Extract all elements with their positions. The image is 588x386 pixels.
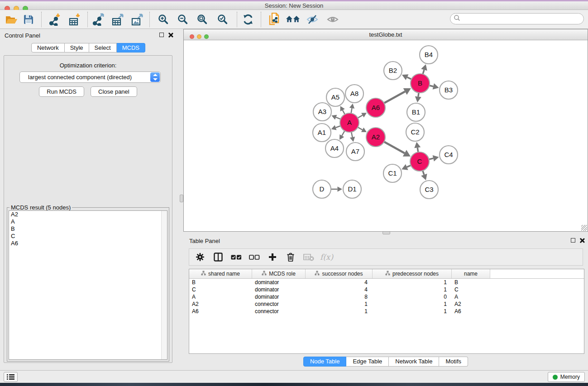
run-mcds-button[interactable]: Run MCDS <box>39 86 84 97</box>
dropdown-stepper-icon[interactable] <box>150 72 160 82</box>
export-image-icon[interactable] <box>129 13 145 26</box>
cell-MCDS-role[interactable]: connector <box>252 300 306 308</box>
graph-node-label: C1 <box>388 169 397 177</box>
cell-shared-name[interactable]: A2 <box>189 300 252 308</box>
float-table-panel-icon[interactable] <box>571 238 575 243</box>
import-table-icon[interactable] <box>67 13 82 26</box>
criterion-dropdown[interactable]: largest connected component (directed) <box>19 71 161 83</box>
cell-successor-nodes[interactable]: 8 <box>306 293 373 300</box>
export-table-icon[interactable] <box>110 13 125 26</box>
hide-eye-icon[interactable] <box>305 13 320 26</box>
import-network-icon[interactable] <box>48 13 63 26</box>
cell-predecessor-nodes[interactable]: 1 <box>373 300 452 308</box>
float-panel-icon[interactable] <box>159 33 164 37</box>
column-header-MCDS-role[interactable]: MCDS role <box>252 269 306 278</box>
table-row[interactable]: Adominator80A <box>189 293 584 300</box>
minimize-network-button[interactable] <box>197 34 201 39</box>
column-header-successor-nodes[interactable]: successor nodes <box>306 269 373 278</box>
cell-name[interactable]: A <box>452 293 490 300</box>
scrollbar-track[interactable] <box>161 211 167 359</box>
cell-MCDS-role[interactable]: connector <box>252 308 306 315</box>
result-item[interactable]: A2 <box>9 211 167 218</box>
zoom-network-button[interactable] <box>204 34 209 39</box>
tab-network[interactable]: Network <box>31 43 65 52</box>
zoom-out-icon[interactable] <box>175 13 191 26</box>
search-input[interactable] <box>460 15 583 22</box>
cell-shared-name[interactable]: A6 <box>189 308 252 315</box>
tab-select[interactable]: Select <box>89 43 117 52</box>
resize-grip-icon[interactable] <box>581 225 587 231</box>
graph-node-label: A4 <box>330 144 339 152</box>
zoom-in-icon[interactable] <box>156 13 171 26</box>
column-header-name[interactable]: name <box>452 269 490 278</box>
close-network-button[interactable] <box>190 34 194 39</box>
table-row[interactable]: Bdominator41B <box>189 279 584 286</box>
open-folder-icon[interactable] <box>4 13 19 26</box>
delete-table-icon[interactable] <box>303 252 314 262</box>
search-input-container[interactable] <box>450 13 584 24</box>
cell-successor-nodes[interactable]: 1 <box>306 300 373 308</box>
tab-edge-table[interactable]: Edge Table <box>346 357 389 367</box>
cell-successor-nodes[interactable]: 1 <box>306 308 373 315</box>
table-header-row[interactable]: shared nameMCDS rolesuccessor nodesprede… <box>189 269 584 279</box>
mcds-result-legend: MCDS result (5 nodes) <box>10 204 72 211</box>
cell-name[interactable]: A2 <box>452 300 490 308</box>
close-table-panel-icon[interactable] <box>579 238 584 243</box>
cell-successor-nodes[interactable]: 4 <box>306 286 373 293</box>
table-row[interactable]: A2connector11A2 <box>189 300 584 308</box>
cell-name[interactable]: C <box>452 286 490 293</box>
select-all-icon[interactable] <box>230 252 242 262</box>
task-history-button[interactable] <box>4 372 18 382</box>
cell-shared-name[interactable]: C <box>189 286 252 293</box>
deselect-all-icon[interactable] <box>249 252 260 262</box>
column-header-predecessor-nodes[interactable]: predecessor nodes <box>373 269 452 278</box>
cell-predecessor-nodes[interactable]: 1 <box>373 308 452 315</box>
cell-MCDS-role[interactable]: dominator <box>252 279 306 286</box>
memory-button[interactable]: Memory <box>548 372 585 382</box>
result-item[interactable]: A <box>9 218 167 225</box>
save-icon[interactable] <box>21 13 36 26</box>
delete-column-icon[interactable] <box>285 252 296 262</box>
tab-motifs[interactable]: Motifs <box>439 357 468 367</box>
split-column-icon[interactable] <box>212 252 224 262</box>
tab-mcds[interactable]: MCDS <box>117 43 145 52</box>
cell-MCDS-role[interactable]: dominator <box>252 286 306 293</box>
mcds-result-list[interactable]: A2ABCA6 <box>9 210 167 360</box>
cell-shared-name[interactable]: B <box>189 279 252 286</box>
cell-name[interactable]: B <box>452 279 490 286</box>
cell-predecessor-nodes[interactable]: 1 <box>373 279 452 286</box>
close-panel-button[interactable]: Close panel <box>91 86 137 97</box>
add-column-icon[interactable] <box>267 252 278 262</box>
cell-MCDS-role[interactable]: dominator <box>252 293 306 300</box>
result-item[interactable]: C <box>9 233 167 240</box>
cell-successor-nodes[interactable]: 4 <box>306 279 373 286</box>
network-canvas[interactable]: AA1A2A3A4A5A6A7A8BB1B2B3B4CC1C2C3C4DD1 <box>184 40 588 231</box>
column-header-shared-name[interactable]: shared name <box>189 269 252 278</box>
tab-node-table[interactable]: Node Table <box>303 357 347 367</box>
cell-name[interactable]: A6 <box>452 308 490 315</box>
tab-style[interactable]: Style <box>65 43 89 52</box>
table-row[interactable]: Cdominator41C <box>189 286 584 293</box>
zoom-selected-icon[interactable] <box>215 13 230 26</box>
result-item[interactable]: A6 <box>9 240 167 247</box>
cell-predecessor-nodes[interactable]: 0 <box>373 293 452 300</box>
cell-shared-name[interactable]: A <box>189 293 252 300</box>
cell-predecessor-nodes[interactable]: 1 <box>373 286 452 293</box>
copy-network-icon[interactable] <box>267 13 282 26</box>
export-network-icon[interactable] <box>91 13 106 26</box>
table-row[interactable]: A6connector11A6 <box>189 308 584 315</box>
network-window-titlebar[interactable]: testGlobe.txt <box>184 29 588 40</box>
horizontal-splitter-handle[interactable] <box>382 231 390 234</box>
tab-network-table[interactable]: Network Table <box>389 357 439 367</box>
network-window-controls[interactable] <box>190 33 211 41</box>
close-panel-icon[interactable] <box>168 33 173 38</box>
function-builder-icon[interactable]: f(x) <box>321 252 332 262</box>
zoom-fit-icon[interactable] <box>195 13 210 26</box>
eye-icon[interactable] <box>325 13 340 26</box>
result-item[interactable]: B <box>9 225 167 233</box>
vertical-splitter-handle[interactable] <box>180 195 183 202</box>
node-table[interactable]: shared nameMCDS rolesuccessor nodesprede… <box>189 269 584 354</box>
homes-icon[interactable] <box>285 13 301 26</box>
refresh-icon[interactable] <box>240 13 256 26</box>
gear-icon[interactable] <box>194 252 206 262</box>
